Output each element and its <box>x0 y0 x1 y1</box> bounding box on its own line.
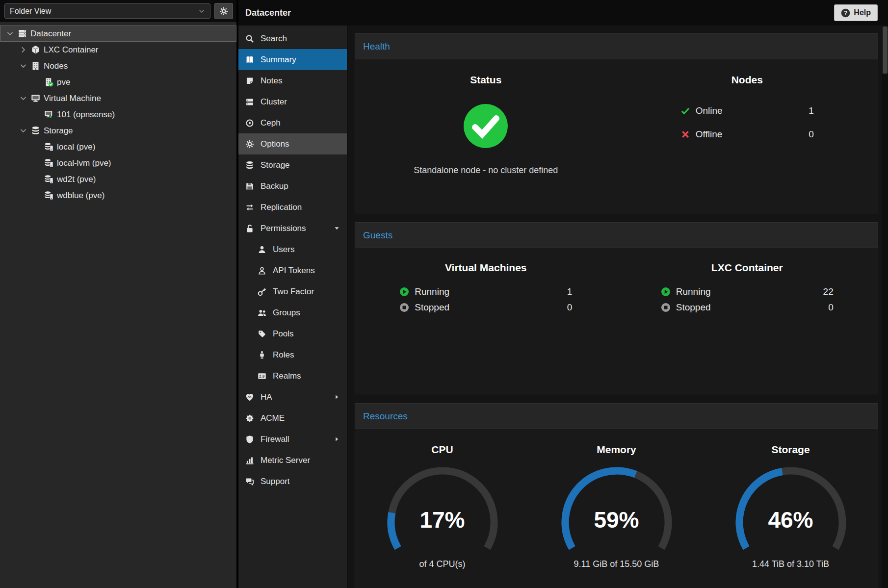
menu-item-permissions[interactable]: Permissions <box>238 218 347 239</box>
menu-item-acme[interactable]: ACME <box>238 408 347 429</box>
guest-row-running: Running1 <box>399 286 572 297</box>
menu-item-pools[interactable]: Pools <box>238 323 347 344</box>
view-mode-value: Folder View <box>10 7 51 16</box>
tree-node-101-opnsense[interactable]: 101 (opnsense) <box>0 106 236 123</box>
gauge-subtitle: 9.11 GiB of 15.50 GiB <box>529 559 704 569</box>
users-icon <box>258 308 266 317</box>
menu-item-two-factor[interactable]: Two Factor <box>238 281 347 302</box>
menu-item-api-tokens[interactable]: API Tokens <box>238 260 347 281</box>
menu-item-label: Metric Server <box>261 456 310 465</box>
gear-icon <box>219 7 228 16</box>
tree-node-pve[interactable]: pve <box>0 74 236 90</box>
id-card-icon <box>258 372 266 381</box>
unlock-icon <box>245 224 254 233</box>
nodes-column: Nodes Online1Offline0 <box>617 74 878 176</box>
node-online-icon <box>44 77 53 87</box>
status-value: 1 <box>809 105 814 116</box>
node-status-row-offline: Offline0 <box>680 129 814 140</box>
book-icon <box>245 55 254 64</box>
gear-icon <box>245 140 254 149</box>
nodes-title: Nodes <box>617 74 878 86</box>
bar-chart-icon <box>245 456 254 465</box>
menu-item-firewall[interactable]: Firewall <box>238 429 347 450</box>
tree-node-storage[interactable]: Storage <box>0 123 236 139</box>
menu-item-summary[interactable]: Summary <box>238 49 347 70</box>
help-button[interactable]: ? Help <box>834 4 878 21</box>
tree-node-wd2t-pve[interactable]: wd2t (pve) <box>0 171 236 187</box>
user-icon <box>258 245 266 254</box>
svg-text:?: ? <box>844 9 847 16</box>
status-column: Status Standalone node - no cluster defi… <box>355 74 617 176</box>
gauge-chart: 17% <box>359 464 526 555</box>
tree-node-lxc-container[interactable]: LXC Container <box>0 42 236 58</box>
tree-node-label: pve <box>57 77 70 87</box>
view-mode-select[interactable]: Folder View <box>4 3 210 19</box>
menu-item-cluster[interactable]: Cluster <box>238 91 347 112</box>
menu-item-options[interactable]: Options <box>238 133 347 154</box>
gauge-subtitle: of 4 CPU(s) <box>355 559 529 569</box>
menu-item-ha[interactable]: HA <box>238 386 347 408</box>
menu-item-label: Ceph <box>261 118 281 128</box>
resource-gauge-memory: Memory59%9.11 GiB of 15.50 GiB <box>529 444 704 569</box>
guest-state-label: Stopped <box>676 302 711 313</box>
tree-node-label: Datacenter <box>30 29 71 39</box>
resource-gauge-storage: Storage46%1.44 TiB of 3.10 TiB <box>704 444 878 569</box>
tree-node-local-pve[interactable]: local (pve) <box>0 139 236 155</box>
storage-drive-icon <box>44 191 53 200</box>
tree-node-virtual-machine[interactable]: Virtual Machine <box>0 90 236 106</box>
user-outline-icon <box>258 266 266 275</box>
menu-item-storage[interactable]: Storage <box>238 154 347 176</box>
guest-state-label: Running <box>415 286 449 297</box>
menu-item-replication[interactable]: Replication <box>238 197 347 218</box>
cube-icon <box>31 45 40 54</box>
menu-item-label: Support <box>261 477 290 486</box>
datacenter-menu: SearchSummaryNotesClusterCephOptionsStor… <box>238 26 347 588</box>
guest-state-label: Stopped <box>415 302 449 313</box>
menu-item-label: Storage <box>261 160 290 170</box>
menu-item-realms[interactable]: Realms <box>238 365 347 386</box>
menu-item-notes[interactable]: Notes <box>238 70 347 91</box>
times-icon <box>680 129 690 139</box>
play-circle-icon <box>661 287 671 297</box>
search-icon <box>245 34 254 43</box>
menu-item-roles[interactable]: Roles <box>238 344 347 365</box>
status-value: 0 <box>809 129 814 140</box>
chevron-down-icon <box>19 126 27 135</box>
tree-node-nodes[interactable]: Nodes <box>0 58 236 74</box>
tree-node-local-lvm-pve[interactable]: local-lvm (pve) <box>0 155 236 171</box>
proxmox-app: Folder View DatacenterLXC ContainerNodes… <box>0 0 888 588</box>
menu-item-label: Firewall <box>261 435 289 444</box>
support-icon <box>245 477 254 486</box>
chevron-down-icon <box>19 94 27 103</box>
play-circle-icon <box>399 287 409 297</box>
heartbeat-icon <box>245 393 254 402</box>
menu-item-label: ACME <box>261 413 285 423</box>
menu-item-users[interactable]: Users <box>238 239 347 260</box>
menu-item-metric-server[interactable]: Metric Server <box>238 450 347 471</box>
health-panel-body: Status Standalone node - no cluster defi… <box>355 59 878 213</box>
chevron-down-icon <box>6 29 14 38</box>
shield-icon <box>245 435 254 444</box>
menu-item-groups[interactable]: Groups <box>238 302 347 323</box>
tree-node-wdblue-pve[interactable]: wdblue (pve) <box>0 187 236 204</box>
status-title: Status <box>355 74 617 86</box>
content-scrollbar[interactable] <box>882 26 888 588</box>
menu-item-ceph[interactable]: Ceph <box>238 112 347 133</box>
status-label: Online <box>696 105 723 116</box>
certificate-icon <box>245 414 254 423</box>
storage-drive-icon <box>44 175 53 184</box>
menu-item-label: Options <box>261 139 289 149</box>
menu-item-label: Users <box>273 245 294 255</box>
menu-item-support[interactable]: Support <box>238 471 347 492</box>
health-panel-title: Health <box>355 34 878 59</box>
chevron-right-icon <box>19 45 27 54</box>
tree-node-datacenter[interactable]: Datacenter <box>0 26 236 42</box>
caret-down-icon <box>334 225 340 231</box>
menu-item-search[interactable]: Search <box>238 28 347 49</box>
gauge-subtitle: 1.44 TiB of 3.10 TiB <box>704 559 878 569</box>
tree-node-label: local (pve) <box>57 142 95 152</box>
tree-options-button[interactable] <box>214 3 233 19</box>
status-label: Offline <box>696 129 723 140</box>
menu-item-backup[interactable]: Backup <box>238 176 347 197</box>
scrollbar-thumb[interactable] <box>883 26 888 74</box>
